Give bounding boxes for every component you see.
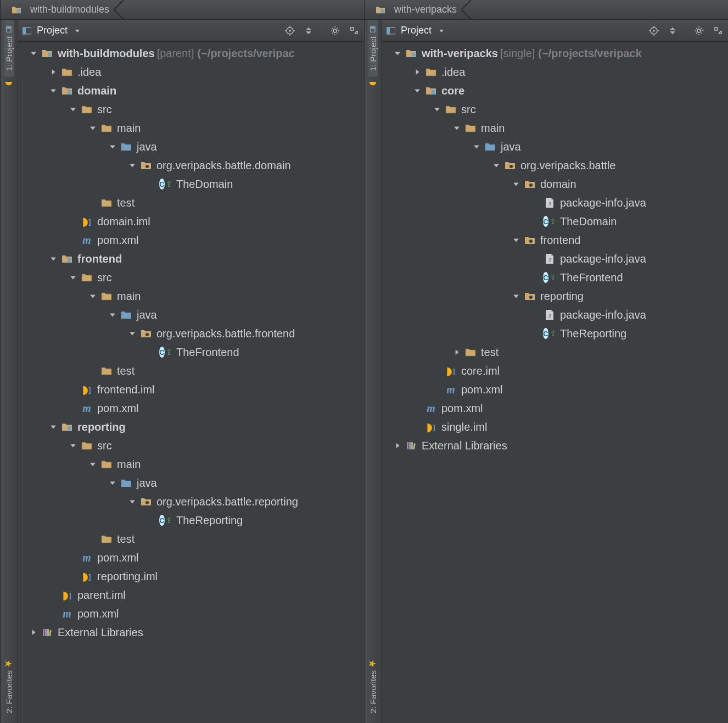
expand-arrow-icon[interactable] [69,273,77,282]
expand-arrow-icon[interactable] [531,217,540,226]
tree-row[interactable]: frontend [18,249,364,268]
project-tree[interactable]: with-buildmodules [parent] (~/projects/v… [18,42,364,723]
expand-arrow-icon[interactable] [148,516,156,525]
expand-arrow-icon[interactable] [29,628,38,637]
expand-arrow-icon[interactable] [69,572,77,581]
tree-row[interactable]: reporting [18,418,364,436]
expand-arrow-icon[interactable] [49,86,58,95]
tree-row[interactable]: test [382,343,728,362]
expand-arrow-icon[interactable] [69,441,77,450]
tree-row[interactable]: mpom.xml [382,380,728,399]
expand-arrow-icon[interactable] [88,366,97,375]
expand-arrow-icon[interactable] [49,68,58,76]
tree-row[interactable]: java [18,137,364,156]
tree-row[interactable]: .idea [382,63,728,81]
expand-arrow-icon[interactable] [433,385,441,394]
tree-row[interactable]: C⇪TheReporting [382,324,728,343]
tree-row[interactable]: ◗]domain.iml [18,212,364,231]
expand-arrow-icon[interactable] [413,422,422,431]
tree-row[interactable]: with-buildmodules [parent] (~/projects/v… [18,44,364,63]
expand-arrow-icon[interactable] [531,254,540,263]
tree-row[interactable]: with-veripacks [single] (~/projects/veri… [382,44,728,63]
view-title[interactable]: Project [401,25,432,36]
tree-row[interactable]: src [18,100,364,119]
expand-arrow-icon[interactable] [128,329,137,338]
collapse-all-icon[interactable] [667,25,678,36]
expand-arrow-icon[interactable] [531,329,540,338]
tree-row[interactable]: org.veripacks.battle [382,156,728,175]
tree-row[interactable]: External Libraries [18,623,364,642]
tree-row[interactable]: ◗]single.iml [382,418,728,436]
expand-arrow-icon[interactable] [472,142,481,151]
expand-arrow-icon[interactable] [69,553,77,562]
expand-arrow-icon[interactable] [69,105,77,114]
tree-row[interactable]: test [18,193,364,212]
expand-arrow-icon[interactable] [413,404,422,413]
tree-row[interactable]: org.veripacks.battle.reporting [18,492,364,511]
locate-icon[interactable] [284,25,295,36]
expand-arrow-icon[interactable] [88,535,97,543]
project-tree[interactable]: with-veripacks [single] (~/projects/veri… [382,42,728,723]
expand-arrow-icon[interactable] [413,68,422,76]
hide-icon[interactable] [713,25,724,36]
expand-arrow-icon[interactable] [433,105,441,114]
expand-arrow-icon[interactable] [393,441,402,450]
expand-arrow-icon[interactable] [49,609,58,618]
tool-tab-structure[interactable]: ◗ [5,76,13,91]
expand-arrow-icon[interactable] [49,422,58,431]
tree-row[interactable]: ◗]parent.iml [18,586,364,604]
expand-arrow-icon[interactable] [128,161,137,170]
tool-tab-project[interactable]: 1: Project [4,20,14,76]
expand-arrow-icon[interactable] [452,124,461,132]
tree-row[interactable]: main [18,287,364,305]
tree-row[interactable]: C⇪TheReporting [18,511,364,530]
expand-arrow-icon[interactable] [512,180,520,188]
expand-arrow-icon[interactable] [108,479,117,487]
gear-icon[interactable] [694,25,705,36]
expand-arrow-icon[interactable] [88,198,97,207]
expand-arrow-icon[interactable] [512,292,520,301]
expand-arrow-icon[interactable] [29,49,38,58]
expand-arrow-icon[interactable] [452,348,461,357]
tree-row[interactable]: Jpackage-info.java [382,249,728,268]
expand-arrow-icon[interactable] [69,404,77,413]
locate-icon[interactable] [648,25,659,36]
expand-arrow-icon[interactable] [148,348,156,357]
tree-row[interactable]: core [382,81,728,100]
chevron-down-icon[interactable] [436,25,447,36]
expand-arrow-icon[interactable] [69,236,77,244]
expand-arrow-icon[interactable] [148,180,156,188]
tree-row[interactable]: main [18,119,364,137]
tree-row[interactable]: mpom.xml [18,604,364,623]
tree-row[interactable]: domain [18,81,364,100]
tree-row[interactable]: mpom.xml [18,231,364,249]
tree-row[interactable]: ◗]core.iml [382,362,728,380]
tree-row[interactable]: reporting [382,287,728,305]
breadcrumb-item[interactable]: with-buildmodules [3,0,124,19]
expand-arrow-icon[interactable] [88,124,97,132]
tree-row[interactable]: C⇪TheDomain [382,212,728,231]
expand-arrow-icon[interactable] [492,161,501,170]
tree-row[interactable]: java [382,137,728,156]
expand-arrow-icon[interactable] [69,385,77,394]
tool-tab-favorites[interactable]: 2: Favorites ★ [4,654,14,719]
tree-row[interactable]: org.veripacks.battle.frontend [18,324,364,343]
tree-row[interactable]: External Libraries [382,436,728,455]
tree-row[interactable]: main [18,455,364,474]
tree-row[interactable]: test [18,362,364,380]
tree-row[interactable]: C⇪TheFrontend [382,268,728,287]
tool-tab-structure[interactable]: ◗ [369,76,377,91]
expand-arrow-icon[interactable] [433,366,441,375]
tree-row[interactable]: src [382,100,728,119]
tree-row[interactable]: .idea [18,63,364,81]
expand-arrow-icon[interactable] [88,460,97,469]
view-title[interactable]: Project [37,25,68,36]
expand-arrow-icon[interactable] [393,49,402,58]
tree-row[interactable]: C⇪TheDomain [18,175,364,193]
chevron-down-icon[interactable] [72,25,83,36]
expand-arrow-icon[interactable] [49,591,58,599]
tree-row[interactable]: mpom.xml [18,399,364,418]
collapse-all-icon[interactable] [303,25,314,36]
hide-icon[interactable] [349,25,360,36]
tree-row[interactable]: src [18,268,364,287]
